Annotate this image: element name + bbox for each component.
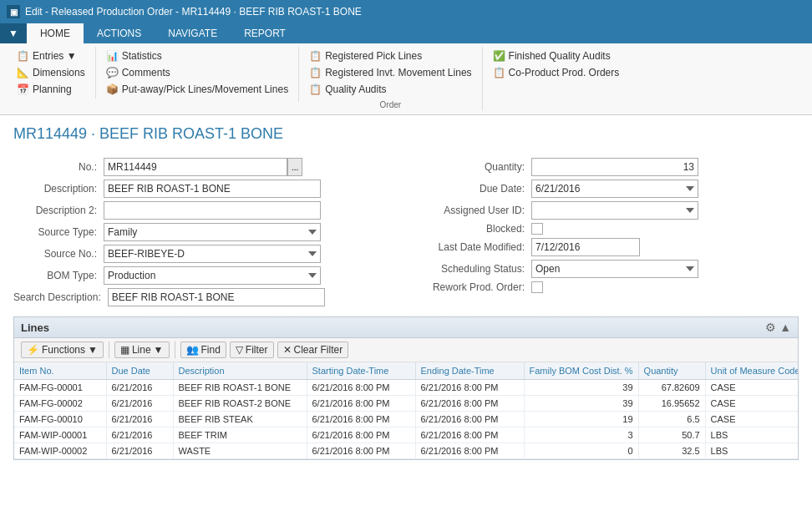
rework-checkbox[interactable] [531,281,543,293]
cell-start-datetime: 6/21/2016 8:00 PM [307,443,415,459]
functions-button[interactable]: ⚡ Functions ▼ [21,341,104,358]
last-date-mod-input[interactable] [531,238,640,256]
statistics-button[interactable]: 📊 Statistics [103,48,292,63]
cell-item-no[interactable]: FAM-FG-00001 [14,380,106,396]
cell-unit-of-measure: LBS [705,427,798,443]
sched-status-label: Scheduling Status: [416,263,525,275]
tab-actions[interactable]: ACTIONS [84,23,155,43]
cell-unit-of-measure: LBS [705,443,798,459]
cell-item-no[interactable]: FAM-WIP-00002 [14,443,106,459]
find-button[interactable]: 👥 Find [180,341,226,358]
cell-unit-of-measure: CASE [705,396,798,412]
sched-status-select[interactable]: Open [531,260,698,278]
col-end-datetime: Ending Date-Time [415,362,524,380]
source-type-select[interactable]: Family Item [104,223,321,241]
source-no-select[interactable]: BEEF-RIBEYE-D [104,245,321,263]
desc-row: Description: [13,180,396,198]
planning-icon: 📅 [17,83,29,95]
tab-home[interactable]: HOME [27,23,84,43]
settings-icon[interactable]: ⚙ [765,321,776,334]
desc-input[interactable] [104,180,321,198]
col-due-date: Due Date [106,362,173,380]
ribbon-group-1: 📋 Entries ▼ 📐 Dimensions 📅 Planning [7,47,96,99]
col-unit-of-measure: Unit of Measure Code [705,362,798,380]
bom-type-select[interactable]: Production [104,266,321,285]
cell-family-bom: 3 [524,427,638,443]
no-input-group: ... [104,158,302,176]
no-ellipsis-button[interactable]: ... [287,158,302,176]
entries-button[interactable]: 📋 Entries ▼ [13,48,89,63]
cell-unit-of-measure: CASE [705,380,798,396]
table-row: FAM-WIP-00001 6/21/2016 BEEF TRIM 6/21/2… [14,427,798,443]
tab-navigate[interactable]: NAVIGATE [155,23,231,43]
cell-description: BEEF RIB ROAST-2 BONE [173,396,307,412]
ribbon-group-4: ✅ Finished Quality Audits 📋 Co-Product P… [483,47,630,82]
cell-quantity: 6.5 [638,412,705,427]
blocked-checkbox[interactable] [531,223,543,235]
lines-section: Lines ⚙ ▲ ⚡ Functions ▼ ▦ Line ▼ 👥 Find [13,316,799,460]
last-date-mod-label: Last Date Modified: [416,241,525,253]
cell-end-datetime: 6/21/2016 8:00 PM [415,427,524,443]
coproduct-button[interactable]: 📋 Co-Product Prod. Orders [490,65,623,80]
comments-button[interactable]: 💬 Comments [103,65,292,80]
desc2-input[interactable] [104,201,321,220]
coproduct-icon: 📋 [493,67,505,78]
no-label: No.: [13,161,97,173]
bom-type-row: BOM Type: Production [13,266,396,285]
cell-item-no[interactable]: FAM-FG-00002 [14,396,106,412]
cell-quantity: 67.82609 [638,380,705,396]
planning-button[interactable]: 📅 Planning [13,82,89,97]
finished-quality-button[interactable]: ✅ Finished Quality Audits [490,48,623,63]
cell-item-no[interactable]: FAM-WIP-00001 [14,427,106,443]
no-input[interactable] [104,158,287,176]
cell-item-no[interactable]: FAM-FG-00010 [14,412,106,427]
cell-quantity: 16.95652 [638,396,705,412]
cell-start-datetime: 6/21/2016 8:00 PM [307,380,415,396]
registered-invt-button[interactable]: 📋 Registered Invt. Movement Lines [306,65,475,80]
clear-filter-button[interactable]: ✕ Clear Filter [277,341,349,358]
tab-home-menu[interactable]: ▼ [0,23,27,43]
desc-label: Description: [13,183,97,195]
cell-unit-of-measure: CASE [705,412,798,427]
search-desc-row: Search Description: [13,288,396,306]
due-date-select[interactable]: 6/21/2016 [531,180,698,198]
cell-end-datetime: 6/21/2016 8:00 PM [415,412,524,427]
section-controls: ⚙ ▲ [765,321,791,334]
line-button[interactable]: ▦ Line ▼ [114,341,170,358]
form-left: No.: ... Description: Description 2: Sou… [13,158,396,310]
cell-description: WASTE [173,443,307,459]
cell-quantity: 50.7 [638,427,705,443]
tab-report[interactable]: REPORT [231,23,299,43]
registered-pick-button[interactable]: 📋 Registered Pick Lines [306,48,475,63]
ribbon-group-2: 📊 Statistics 💬 Comments 📦 Put-away/Pick … [96,47,299,102]
desc2-label: Description 2: [13,205,97,216]
search-desc-input[interactable] [108,288,325,306]
quantity-label: Quantity: [416,161,525,173]
due-date-row: Due Date: 6/21/2016 [416,180,799,198]
cell-description: BEEF RIB STEAK [173,412,307,427]
quantity-input[interactable] [531,158,698,176]
toolbar-separator-1 [109,341,109,358]
lines-toolbar: ⚡ Functions ▼ ▦ Line ▼ 👥 Find ▽ Filter ✕ [14,338,798,362]
lines-title: Lines [21,321,49,334]
assigned-user-select[interactable] [531,201,698,220]
ribbon-content: 📋 Entries ▼ 📐 Dimensions 📅 Planning 📊 St… [0,43,812,114]
form-grid: No.: ... Description: Description 2: Sou… [13,158,799,310]
quality-audits-button[interactable]: 📋 Quality Audits [306,82,475,97]
blocked-row: Blocked: [416,223,799,235]
cell-due-date: 6/21/2016 [106,443,173,459]
cell-family-bom: 39 [524,396,638,412]
rework-row: Rework Prod. Order: [416,281,799,293]
no-row: No.: ... [13,158,396,176]
putaway-button[interactable]: 📦 Put-away/Pick Lines/Movement Lines [103,82,292,97]
dimensions-icon: 📐 [17,67,29,78]
dimensions-button[interactable]: 📐 Dimensions [13,65,89,80]
collapse-icon[interactable]: ▲ [779,321,791,334]
source-no-label: Source No.: [13,248,97,260]
cell-quantity: 32.5 [638,443,705,459]
filter-button[interactable]: ▽ Filter [230,341,274,358]
lines-table-body: FAM-FG-00001 6/21/2016 BEEF RIB ROAST-1 … [14,380,798,459]
comments-icon: 💬 [106,67,119,78]
cell-description: BEEF TRIM [173,427,307,443]
cell-start-datetime: 6/21/2016 8:00 PM [307,396,415,412]
